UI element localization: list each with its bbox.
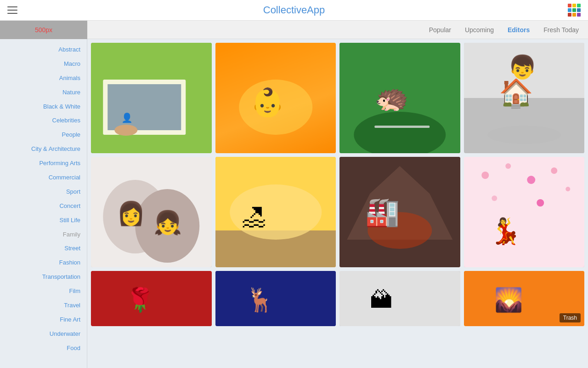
- hamburger-icon[interactable]: [7, 6, 17, 14]
- sidebar-item-transportation[interactable]: Transportation: [0, 270, 87, 284]
- grid-cell-blue: [568, 8, 571, 12]
- grid-cell-yellow2: [572, 13, 576, 17]
- sidebar-item-performing-arts[interactable]: Performing Arts: [0, 156, 87, 171]
- grid-cell-purple: [577, 13, 581, 17]
- logo-text: 500px: [35, 26, 52, 34]
- svg-text:🦔: 🦔: [374, 81, 409, 114]
- photo-tile-9[interactable]: 🌹: [91, 271, 212, 326]
- sidebar: Abstract Macro Animals Nature Black & Wh…: [0, 39, 87, 368]
- svg-point-32: [505, 163, 511, 169]
- svg-rect-41: [215, 271, 336, 326]
- svg-text:🏭: 🏭: [365, 196, 400, 228]
- nav-fresh-today[interactable]: Fresh Today: [543, 26, 579, 34]
- photo-tile-2[interactable]: 👶: [215, 43, 336, 153]
- sidebar-item-still-life[interactable]: Still Life: [0, 213, 87, 228]
- grid-cell-red: [568, 4, 571, 7]
- sidebar-item-family[interactable]: Family: [0, 228, 87, 242]
- svg-rect-11: [374, 126, 430, 128]
- sidebar-item-macro[interactable]: Macro: [0, 57, 87, 71]
- svg-text:👦: 👦: [508, 53, 537, 81]
- main-content: Abstract Macro Animals Nature Black & Wh…: [0, 39, 588, 368]
- sidebar-item-underwater[interactable]: Underwater: [0, 327, 87, 341]
- photo-tile-1[interactable]: 👤: [91, 43, 212, 153]
- svg-text:👩: 👩: [117, 200, 146, 227]
- photo-tile-12[interactable]: 🌄 Trash: [464, 271, 585, 326]
- svg-rect-43: [339, 271, 460, 326]
- photo-tile-10[interactable]: 🦌: [215, 271, 336, 326]
- photo-tile-7[interactable]: 🏭: [339, 157, 460, 267]
- nav-editors[interactable]: Editors: [508, 26, 530, 34]
- svg-text:🏔: 🏔: [370, 287, 393, 313]
- svg-text:🦌: 🦌: [246, 286, 275, 314]
- photo-tile-6[interactable]: 🏖: [215, 157, 336, 267]
- sidebar-item-commercial[interactable]: Commercial: [0, 171, 87, 185]
- photo-grid: 👤 👶 🦔 🏠 👦: [87, 39, 588, 368]
- color-grid-icon[interactable]: [568, 4, 581, 17]
- svg-text:🏖: 🏖: [241, 203, 266, 231]
- app-title: CollectiveApp: [263, 4, 325, 16]
- svg-rect-2: [107, 84, 181, 130]
- sidebar-item-nature[interactable]: Nature: [0, 86, 87, 100]
- sub-nav: Popular Upcoming Editors Fresh Today: [429, 26, 588, 34]
- sidebar-item-concert[interactable]: Concert: [0, 199, 87, 213]
- svg-text:🌹: 🌹: [126, 286, 155, 314]
- grid-cell-yellow: [572, 4, 576, 7]
- sidebar-item-city-architecture[interactable]: City & Architecture: [0, 142, 87, 156]
- photo-tile-11[interactable]: 🏔: [339, 271, 460, 326]
- sidebar-item-fashion[interactable]: Fashion: [0, 256, 87, 270]
- svg-point-36: [492, 196, 497, 201]
- trash-badge[interactable]: Trash: [560, 313, 581, 322]
- svg-point-34: [551, 167, 557, 174]
- nav-upcoming[interactable]: Upcoming: [465, 26, 494, 34]
- sidebar-item-street[interactable]: Street: [0, 242, 87, 256]
- svg-point-3: [114, 125, 137, 136]
- svg-point-31: [481, 172, 489, 179]
- svg-text:🌄: 🌄: [494, 286, 523, 314]
- sub-bar: 500px Popular Upcoming Editors Fresh Tod…: [0, 21, 588, 39]
- photo-tile-4[interactable]: 🏠 👦: [464, 43, 585, 153]
- svg-text:👶: 👶: [250, 86, 285, 119]
- grid-cell-red2: [568, 13, 571, 17]
- svg-point-15: [487, 126, 561, 144]
- sidebar-item-celebrities[interactable]: Celebrities: [0, 114, 87, 128]
- top-bar: CollectiveApp: [0, 0, 588, 21]
- svg-point-37: [537, 199, 544, 207]
- sidebar-item-abstract[interactable]: Abstract: [0, 43, 87, 57]
- grid-cell-blue2: [577, 8, 581, 12]
- sidebar-item-film[interactable]: Film: [0, 284, 87, 299]
- sidebar-item-sport[interactable]: Sport: [0, 185, 87, 199]
- photo-tile-8[interactable]: 💃: [464, 157, 585, 267]
- svg-point-33: [527, 176, 535, 184]
- nav-popular[interactable]: Popular: [429, 26, 451, 34]
- photo-tile-3[interactable]: 🦔: [339, 43, 460, 153]
- grid-cell-green: [577, 4, 581, 7]
- sidebar-item-people[interactable]: People: [0, 128, 87, 142]
- sidebar-item-animals[interactable]: Animals: [0, 71, 87, 86]
- svg-text:👤: 👤: [121, 112, 133, 123]
- svg-text:💃: 💃: [490, 216, 521, 246]
- logo-500px[interactable]: 500px: [0, 21, 87, 39]
- sidebar-item-black-white[interactable]: Black & White: [0, 100, 87, 114]
- sidebar-item-food[interactable]: Food: [0, 341, 87, 356]
- sidebar-item-fine-art[interactable]: Fine Art: [0, 313, 87, 327]
- svg-point-35: [565, 187, 570, 191]
- sidebar-item-travel[interactable]: Travel: [0, 299, 87, 313]
- svg-text:🏠: 🏠: [499, 77, 533, 109]
- photo-tile-5[interactable]: 👩 👧: [91, 157, 212, 267]
- svg-text:👧: 👧: [153, 209, 182, 236]
- grid-cell-green2: [572, 8, 576, 12]
